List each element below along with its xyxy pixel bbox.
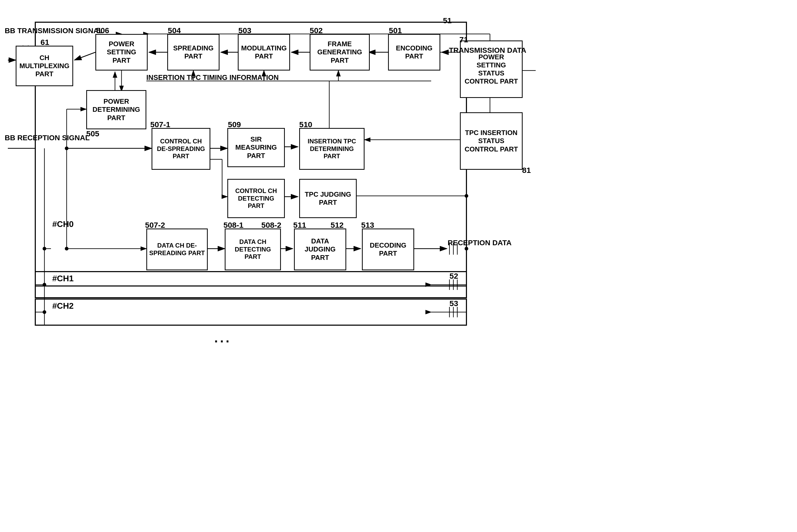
data-ch-despreading-block: DATA CH DE-SPREADING PART — [146, 229, 208, 270]
svg-line-9 — [74, 52, 95, 60]
insertion-tpc-determining-block: INSERTION TPC DETERMINING PART — [299, 128, 365, 170]
svg-point-50 — [42, 283, 46, 286]
label-71: 71 — [459, 35, 468, 44]
transmission-data-label: TRANSMISSION DATA — [449, 46, 526, 55]
label-5072: 507-2 — [145, 221, 165, 230]
control-ch-despreading-block: CONTROL CH DE-SPREADING PART — [152, 128, 210, 170]
label-5081: 508-1 — [223, 221, 243, 230]
label-510: 510 — [299, 120, 312, 129]
label-511: 511 — [293, 221, 306, 230]
svg-rect-3 — [35, 272, 466, 298]
data-ch-detecting-block: DATA CH DETECTING PART — [225, 229, 281, 270]
spreading-block: SPREADING PART — [167, 34, 220, 71]
ch1-label: #CH1 — [52, 274, 74, 283]
label-509: 509 — [228, 120, 241, 129]
svg-point-46 — [65, 247, 69, 250]
control-ch-detecting-block: CONTROL CH DETECTING PART — [227, 179, 285, 218]
label-504: 504 — [168, 26, 181, 35]
bb-reception-label: BB RECEPTION SIGNAL — [5, 133, 90, 142]
reception-data-label: RECEPTION DATA — [448, 238, 512, 248]
data-judging-block: DATA JUDGING PART — [294, 229, 346, 270]
label-501: 501 — [389, 26, 402, 35]
label-5082: 508-2 — [261, 221, 281, 230]
svg-point-69 — [465, 194, 468, 198]
insertion-tpc-timing-label: INSERTION TPC TIMING INFORMATION — [146, 74, 279, 82]
label-81: 81 — [522, 166, 531, 175]
label-52: 52 — [449, 272, 458, 281]
diagram: CH MULTIPLEXING PART POWER SETTING PART … — [0, 0, 797, 532]
label-5071: 507-1 — [150, 120, 170, 129]
label-505: 505 — [86, 129, 99, 138]
label-53: 53 — [449, 299, 458, 308]
dots-label: ... — [214, 330, 231, 345]
svg-point-49 — [42, 247, 46, 250]
svg-point-51 — [42, 310, 46, 314]
label-512: 512 — [331, 221, 344, 230]
ch2-label: #CH2 — [52, 301, 74, 311]
power-setting-block: POWER SETTING PART — [95, 34, 148, 71]
ch0-label: #CH0 — [52, 220, 74, 229]
svg-point-20 — [65, 147, 69, 150]
label-51: 51 — [443, 16, 451, 25]
label-61: 61 — [40, 38, 49, 47]
sir-measuring-block: SIR MEASURING PART — [227, 128, 285, 167]
bb-transmission-label: BB TRANSMISSION SIGNAL — [5, 26, 103, 36]
label-513: 513 — [361, 221, 374, 230]
ch-multiplexing-block: CH MULTIPLEXING PART — [16, 46, 73, 86]
label-506: 506 — [96, 26, 109, 35]
label-503: 503 — [238, 26, 252, 35]
label-502: 502 — [310, 26, 323, 35]
tpc-judging-block: TPC JUDGING PART — [299, 179, 357, 218]
svg-rect-4 — [35, 299, 466, 325]
power-determining-block: POWER DETERMINING PART — [86, 90, 146, 129]
frame-generating-block: FRAME GENERATING PART — [310, 34, 370, 71]
encoding-block: ENCODING PART — [388, 34, 440, 71]
modulating-block: MODULATING PART — [238, 34, 290, 71]
tpc-insertion-status-block: TPC INSERTION STATUS CONTROL PART — [460, 112, 523, 170]
decoding-block: DECODING PART — [362, 229, 414, 270]
